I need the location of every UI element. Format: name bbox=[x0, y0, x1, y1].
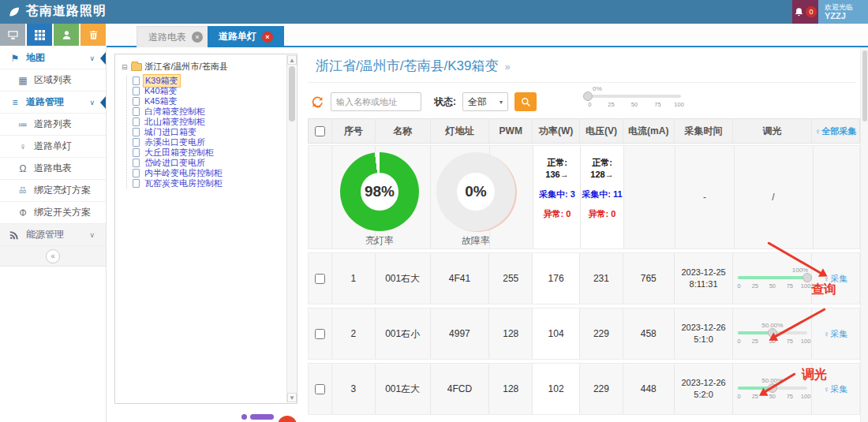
tree-node[interactable]: 瓦窑炭变电房控制柜 bbox=[127, 178, 297, 189]
notification-badge: 0 bbox=[806, 6, 817, 17]
collect-button[interactable]: ♀采集 bbox=[824, 383, 848, 395]
tree-scrollbar[interactable]: ▲ ▼ bbox=[286, 55, 296, 402]
map-flag-icon: ⚑ bbox=[9, 53, 21, 64]
purple-dot-widget bbox=[241, 414, 247, 420]
close-icon[interactable]: × bbox=[262, 32, 273, 43]
scroll-down-icon[interactable]: ▼ bbox=[287, 393, 297, 402]
caret-down-icon: ▾ bbox=[499, 99, 503, 106]
sidebar-item-road-lamp[interactable]: ♀ 道路单灯 bbox=[0, 136, 106, 158]
slider-handle[interactable] bbox=[583, 91, 593, 101]
lamp-address: 4997 bbox=[431, 308, 490, 359]
sidebar-item-bind-lighting-plan[interactable]: 品 绑定亮灯方案 bbox=[0, 180, 106, 202]
chevron-down-icon: ∨ bbox=[89, 231, 95, 239]
scrollbar-thumb[interactable] bbox=[289, 66, 295, 121]
search-button[interactable] bbox=[514, 92, 537, 111]
main-scrollbar[interactable] bbox=[860, 47, 868, 422]
file-icon bbox=[133, 179, 140, 188]
chat-widget-partial[interactable] bbox=[278, 416, 297, 422]
row-checkbox[interactable] bbox=[315, 384, 325, 394]
leaf-icon bbox=[8, 6, 21, 18]
sitemap-icon: 品 bbox=[17, 185, 28, 196]
file-icon bbox=[133, 77, 140, 85]
power-value: 102 bbox=[533, 364, 580, 414]
sidebar-item-road-management[interactable]: ≡ 道路管理 ∨ bbox=[0, 91, 106, 114]
bell-icon bbox=[794, 7, 804, 17]
refresh-icon[interactable] bbox=[311, 95, 324, 109]
col-name: 名称 bbox=[376, 119, 431, 143]
slider-handle[interactable] bbox=[803, 273, 812, 282]
app-title: 苍南道路照明 bbox=[26, 3, 107, 20]
sidebar-item-bind-switch-plan[interactable]: Ф 绑定开关方案 bbox=[0, 202, 106, 224]
tab-label: 道路电表 bbox=[148, 31, 186, 44]
row-index: 2 bbox=[332, 308, 376, 359]
close-icon[interactable]: × bbox=[192, 32, 203, 43]
username: YZZJ bbox=[825, 12, 868, 21]
notifications-button[interactable]: 0 bbox=[792, 0, 818, 24]
purple-bar-widget bbox=[250, 414, 274, 420]
dimming-slider[interactable]: 50.00% 0255075100 bbox=[738, 377, 807, 402]
row-checkbox[interactable] bbox=[315, 329, 325, 339]
user-button[interactable] bbox=[54, 24, 79, 46]
apps-button[interactable] bbox=[27, 24, 52, 46]
collapse-node-icon[interactable]: ⊟ bbox=[122, 63, 128, 71]
sidebar-item-energy-management[interactable]: 能源管理 ∨ bbox=[0, 224, 106, 246]
lamp-icon: ♀ bbox=[824, 330, 830, 338]
rss-icon bbox=[9, 230, 21, 240]
search-input[interactable] bbox=[331, 92, 421, 111]
collapse-sidebar-button[interactable]: « bbox=[46, 249, 60, 263]
road-management-icon: ≡ bbox=[9, 97, 21, 108]
scroll-up-icon[interactable]: ▲ bbox=[287, 55, 297, 65]
current-value: 765 bbox=[623, 253, 675, 304]
lamp-name: 001左大 bbox=[376, 364, 431, 414]
breadcrumb[interactable]: 浙江省/温州市/苍南县/K39箱变» bbox=[316, 57, 511, 75]
grid-icon bbox=[35, 30, 45, 40]
file-icon bbox=[133, 118, 140, 126]
chevron-down-icon: ∨ bbox=[89, 99, 95, 106]
sidebar-item-map[interactable]: ⚑ 地图 ∨ bbox=[0, 47, 106, 69]
tab-label: 道路单灯 bbox=[219, 30, 256, 43]
collect-button[interactable]: ♀采集 bbox=[824, 328, 848, 340]
sidebar-item-road-meter[interactable]: Ω 道路电表 bbox=[0, 158, 106, 180]
dimming-slider[interactable]: 100% 0255075100 bbox=[738, 267, 807, 292]
row-checkbox[interactable] bbox=[315, 274, 325, 284]
main-content: 浙江省/温州市/苍南县/K39箱变» 状态: 全部 ▾ 0% 025507510… bbox=[306, 47, 860, 422]
collect-all-button[interactable]: ♀全部采集 bbox=[815, 125, 857, 137]
scrollbar-thumb[interactable] bbox=[862, 50, 867, 121]
select-all-checkbox[interactable] bbox=[315, 126, 325, 136]
location-tree-panel: ⊟ 浙江省/温州市/苍南县 K39箱变 K40箱变 K45箱变 白湾箱变控制柜 … bbox=[114, 54, 297, 404]
voltage-value: 231 bbox=[580, 253, 623, 304]
fault-rate-donut: 0% bbox=[436, 152, 515, 231]
app-header: 苍南道路照明 0 欢迎光临 YZZJ bbox=[0, 0, 868, 24]
tree-root-label: 浙江省/温州市/苍南县 bbox=[145, 61, 228, 73]
slider-track[interactable] bbox=[738, 276, 807, 279]
slider-value-label: 0% bbox=[593, 85, 602, 92]
power-value: 176 bbox=[533, 253, 580, 304]
file-icon bbox=[133, 148, 140, 157]
status-select[interactable]: 全部 ▾ bbox=[462, 92, 508, 111]
filter-bar: 状态: 全部 ▾ bbox=[311, 91, 537, 112]
sidebar-nav: ⚑ 地图 ∨ ▦ 区域列表 ≡ 道路管理 ∨ ≔ 道路列表 ♀ 道路单灯 Ω 道… bbox=[0, 47, 107, 422]
file-icon bbox=[133, 138, 140, 147]
trash-icon bbox=[88, 30, 99, 40]
trash-button[interactable] bbox=[80, 24, 106, 46]
light-rate-donut: 98% bbox=[340, 152, 419, 231]
tab-road-lamp[interactable]: 道路单灯 × bbox=[208, 26, 284, 47]
power-icon: Ф bbox=[17, 207, 28, 218]
slider-track[interactable] bbox=[588, 95, 681, 98]
col-power: 功率(W) bbox=[533, 119, 580, 143]
sidebar-item-region-list[interactable]: ▦ 区域列表 bbox=[0, 69, 106, 91]
desktop-button[interactable] bbox=[0, 24, 25, 46]
lamp-icon: ♀ bbox=[824, 385, 830, 394]
tree-root-node[interactable]: ⊟ 浙江省/温州市/苍南县 bbox=[115, 54, 297, 76]
master-dimming-slider[interactable]: 0% 0255075100 bbox=[588, 85, 681, 110]
time-placeholder: - bbox=[703, 192, 706, 203]
current-value: 448 bbox=[623, 364, 675, 414]
pwm-value: 128 bbox=[489, 308, 533, 359]
user-menu[interactable]: 欢迎光临 YZZJ bbox=[818, 0, 868, 24]
current-value: 458 bbox=[623, 308, 675, 359]
sidebar-item-road-list[interactable]: ≔ 道路列表 bbox=[0, 114, 106, 136]
light-rate-label: 亮灯率 bbox=[365, 234, 394, 248]
table-row: 3 001左大 4FCD 128 102 229 448 2023-12-265… bbox=[308, 363, 860, 415]
tab-road-meter[interactable]: 道路电表 × bbox=[137, 26, 215, 47]
col-voltage: 电压(V) bbox=[580, 119, 623, 143]
